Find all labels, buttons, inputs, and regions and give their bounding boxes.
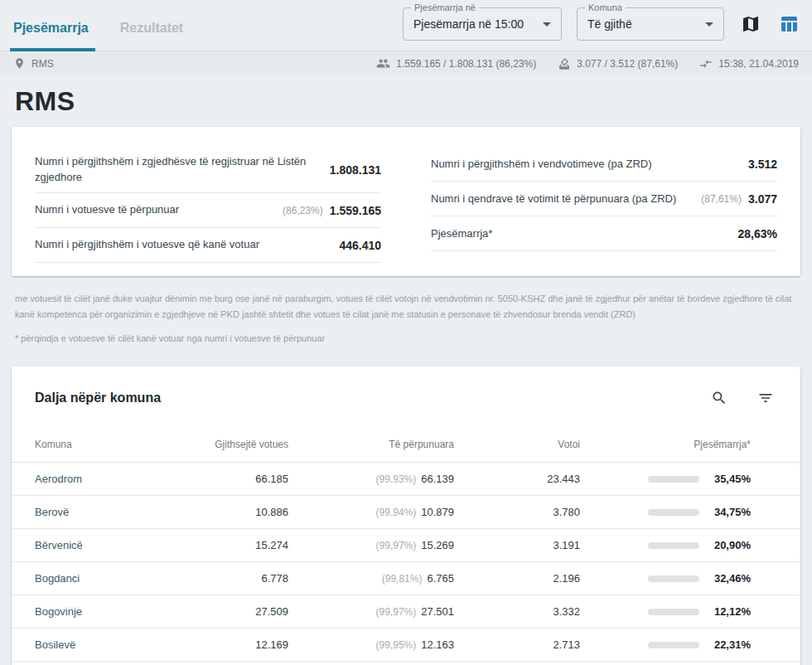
footnote-zrd: me votuesit të cilët janë duke vuajtur d… (15, 291, 797, 323)
turnout-time-dropdown[interactable]: Pjesëmarrja në Pjesëmarrja në 15:00 (403, 7, 562, 41)
summary-right-column: Numri i përgjithshëm i vendvotimeve (pa … (431, 147, 777, 263)
search-icon[interactable] (708, 386, 731, 410)
municipality-link[interactable]: Aerodrom (35, 473, 131, 485)
table-view-button[interactable] (777, 12, 800, 36)
column-header-komuna[interactable]: Komuna (35, 439, 131, 450)
turnout-progress-bar (648, 609, 699, 615)
tab-pjesemarrja[interactable]: Pjesëmarrja (12, 21, 90, 51)
stat-stations-processed: Numri i qendrave të votimit të përpunuar… (431, 182, 777, 216)
top-bar: Pjesëmarrja Rezultatet Pjesëmarrja në Pj… (0, 0, 812, 51)
table-row: Berovë 10.886 (99,94%)10.879 3.780 34,75… (12, 496, 800, 529)
compare-arrows-icon (699, 57, 713, 70)
table-row: Bërvenicë 15.274 (99,97%)15.269 3.191 20… (12, 529, 800, 562)
footnote-turnout: * përqindja e votuesve të cilët kanë vot… (15, 331, 797, 347)
voters-processed-stat: 1.559.165 / 1.808.131 (86,23%) (396, 58, 536, 70)
footnotes: me votuesit të cilët janë duke vuajtur d… (0, 276, 812, 356)
turnout-time-dropdown-value: Pjesëmarrja në 15:00 (413, 17, 524, 31)
summary-card: Numri i përgjithshëm i zgjedhësve të reg… (12, 127, 800, 276)
stat-total-voted: Numri i përgjithshëm i votuesve që kanë … (35, 228, 381, 263)
municipality-link[interactable]: Berovë (35, 506, 131, 518)
municipality-dropdown-label: Komuna (585, 2, 626, 12)
table-row: Butel 33.256 (99,89%)33.220 9.714 29,24% (12, 662, 800, 665)
ballot-box-icon (558, 57, 571, 70)
filter-icon[interactable] (754, 386, 777, 410)
table-title: Dalja nëpër komuna (35, 391, 161, 405)
table-chart-icon (779, 14, 799, 34)
municipality-table-card: Dalja nëpër komuna Komuna Gjithsejtë vot… (12, 366, 800, 665)
turnout-time-dropdown-label: Pjesëmarrja në (411, 2, 479, 12)
table-row: Aerodrom 66.185 (99,93%)66.139 23.443 35… (12, 463, 800, 496)
municipality-link[interactable]: Bosilevë (35, 638, 131, 651)
column-header-voted[interactable]: Votoi (454, 439, 580, 450)
summary-left-column: Numri i përgjithshëm i zgjedhësve të reg… (35, 147, 381, 263)
chevron-down-icon (705, 22, 713, 27)
page-title: RMS (0, 75, 812, 127)
column-header-total-voters[interactable]: Gjithsejtë votues (131, 439, 288, 450)
turnout-progress-bar (648, 642, 699, 648)
municipality-dropdown-value: Të gjithë (587, 17, 632, 31)
column-header-turnout[interactable]: Pjesëmarrja* (580, 439, 777, 450)
breadcrumb: RMS (31, 58, 54, 70)
map-view-button[interactable] (739, 12, 762, 36)
turnout-progress-bar (648, 476, 699, 483)
stat-total-stations: Numri i përgjithshëm i vendvotimeve (pa … (431, 147, 777, 182)
municipality-link[interactable]: Bogovinje (35, 605, 131, 618)
municipality-dropdown[interactable]: Komuna Të gjithë (577, 7, 724, 41)
column-header-processed[interactable]: Të përpunuara (288, 439, 454, 450)
tab-rezultatet[interactable]: Rezultatet (118, 21, 185, 51)
voters-icon (376, 56, 390, 70)
turnout-progress-bar (648, 542, 699, 549)
table-row: Bosilevë 12.169 (99,95%)12.163 2.713 22,… (12, 629, 800, 662)
turnout-progress-bar (648, 509, 699, 516)
table-row: Bogdanci 6.778 (99,81%)6.765 2.196 32,46… (12, 562, 800, 595)
stat-voters-processed: Numri i votuesve të përpunuar (86,23%) 1… (35, 193, 381, 228)
table-row: Bogovinje 27.509 (99,97%)27.501 3.332 12… (12, 595, 800, 629)
table-header-row: Komuna Gjithsejtë votues Të përpunuara V… (12, 426, 800, 463)
stat-registered-voters: Numri i përgjithshëm i zgjedhësve të reg… (35, 147, 381, 193)
municipality-link[interactable]: Bogdanci (35, 572, 131, 585)
main-tabs: Pjesëmarrja Rezultatet (12, 0, 185, 51)
status-bar: RMS 1.559.165 / 1.808.131 (86,23%) 3.077… (0, 51, 812, 75)
turnout-progress-bar (648, 575, 699, 582)
last-update-timestamp: 15:38, 21.04.2019 (718, 58, 799, 70)
stations-processed-stat: 3.077 / 3.512 (87,61%) (577, 58, 678, 70)
chevron-down-icon (543, 22, 551, 27)
municipality-link[interactable]: Bërvenicë (35, 539, 131, 551)
location-pin-icon (13, 57, 26, 70)
stat-turnout: Pjesëmarrja* 28,63% (431, 216, 777, 251)
map-icon (741, 14, 761, 34)
